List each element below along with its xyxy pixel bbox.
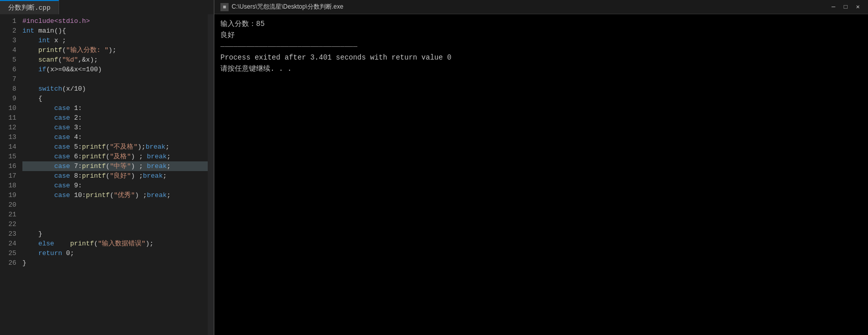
- terminal-line-3: Process exited after 3.401 seconds with …: [220, 52, 862, 63]
- editor-tab[interactable]: 分数判断.cpp: [0, 0, 59, 14]
- code-line-10: case 1:: [22, 103, 208, 113]
- code-line-1: #include<stdio.h>: [22, 16, 208, 26]
- line-numbers: 1234567891011121314151617181920212223242…: [0, 14, 18, 335]
- code-line-19: case 10:printf("优秀") ;break;: [22, 190, 208, 200]
- terminal-panel: ■ C:\Users\咒怨流星\Desktop\分数判断.exe — □ ✕ 输…: [214, 0, 868, 335]
- code-line-11: case 2:: [22, 113, 208, 123]
- code-line-24: else printf("输入数据错误");: [22, 239, 208, 248]
- code-line-4: printf("输入分数: ");: [22, 45, 208, 55]
- code-line-13: case 4:: [22, 132, 208, 142]
- code-area-wrap: 1234567891011121314151617181920212223242…: [0, 14, 214, 335]
- code-line-9: {: [22, 94, 208, 103]
- minimize-button[interactable]: —: [829, 3, 837, 11]
- code-line-6: if(x>=0&&x<=100): [22, 65, 208, 74]
- code-line-2: int main(){: [22, 26, 208, 36]
- editor-panel: 分数判断.cpp 1234567891011121314151617181920…: [0, 0, 214, 335]
- maximize-button[interactable]: □: [842, 3, 850, 11]
- code-line-22: [22, 219, 208, 229]
- editor-tab-label: 分数判断.cpp: [8, 4, 50, 12]
- code-line-14: case 5:printf("不及格");break;: [22, 142, 208, 152]
- code-line-3: int x ;: [22, 36, 208, 45]
- terminal-line-1: 良好: [220, 30, 862, 41]
- close-button[interactable]: ✕: [854, 3, 862, 11]
- terminal-body[interactable]: 输入分数：85良好———————————————————————————————…: [214, 14, 868, 335]
- terminal-app-icon: ■: [220, 3, 229, 11]
- code-line-16: case 7:printf("中等") ; break;: [22, 161, 208, 171]
- terminal-line-4: 请按任意键继续. . .: [220, 63, 862, 74]
- code-line-25: return 0;: [22, 248, 208, 258]
- code-line-12: case 3:: [22, 123, 208, 132]
- code-line-8: switch(x/10): [22, 84, 208, 94]
- code-line-17: case 8:printf("良好") ;break;: [22, 171, 208, 181]
- terminal-line-2: ————————————————————————————————: [220, 41, 862, 52]
- code-line-23: }: [22, 229, 208, 239]
- code-line-5: scanf("%d",&x);: [22, 55, 208, 65]
- terminal-line-0: 输入分数：85: [220, 18, 862, 30]
- code-line-20: [22, 200, 208, 210]
- terminal-title: C:\Users\咒怨流星\Desktop\分数判断.exe: [232, 3, 829, 11]
- terminal-titlebar: ■ C:\Users\咒怨流星\Desktop\分数判断.exe — □ ✕: [214, 0, 868, 14]
- code-line-26: }: [22, 258, 208, 268]
- window-controls: — □ ✕: [829, 3, 862, 11]
- editor-scrollbar[interactable]: [208, 14, 214, 335]
- code-content[interactable]: #include<stdio.h>int main(){ int x ; pri…: [18, 14, 208, 335]
- code-line-7: [22, 74, 208, 84]
- code-line-21: [22, 210, 208, 219]
- code-line-15: case 6:printf("及格") ; break;: [22, 152, 208, 161]
- code-line-18: case 9:: [22, 181, 208, 190]
